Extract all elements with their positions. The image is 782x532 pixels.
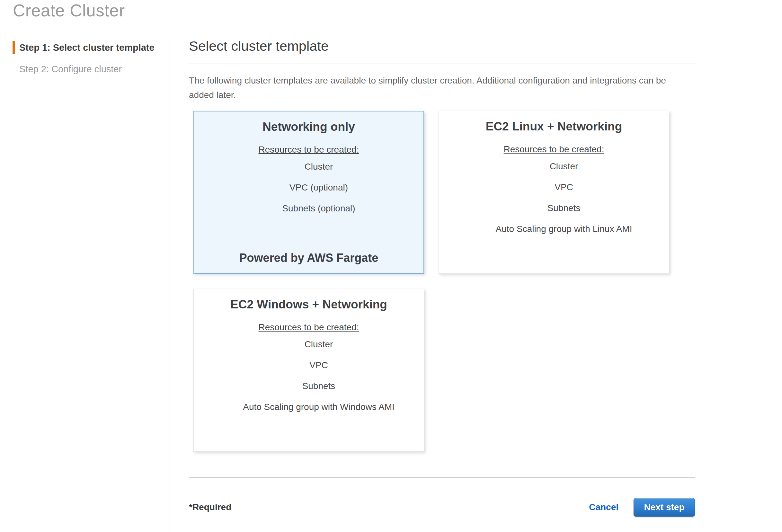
card-title: Networking only xyxy=(194,120,423,134)
template-card-grid: Networking only Resources to be created:… xyxy=(193,111,695,452)
card-resources-label: Resources to be created: xyxy=(439,145,669,154)
resource-item: Subnets xyxy=(214,382,424,391)
card-resource-list: ClusterVPCSubnetsAuto Scaling group with… xyxy=(194,340,424,412)
resource-item: Subnets xyxy=(459,204,669,213)
page-title: Create Cluster xyxy=(13,1,125,21)
resource-item: Cluster xyxy=(459,162,669,171)
next-step-button[interactable]: Next step xyxy=(634,498,695,517)
resource-item: Cluster xyxy=(214,340,424,349)
required-note: *Required xyxy=(189,502,589,512)
resource-item: Subnets (optional) xyxy=(214,204,423,213)
action-bar: *Required Cancel Next step xyxy=(189,498,695,517)
card-resource-list: ClusterVPC (optional)Subnets (optional) xyxy=(194,162,423,213)
template-card-networking-only[interactable]: Networking only Resources to be created:… xyxy=(193,111,424,274)
resource-item: Auto Scaling group with Linux AMI xyxy=(459,224,669,234)
card-title: EC2 Windows + Networking xyxy=(194,297,424,311)
card-resource-list: ClusterVPCSubnetsAuto Scaling group with… xyxy=(439,162,669,234)
cancel-link[interactable]: Cancel xyxy=(589,502,618,512)
card-footer-fargate: Powered by AWS Fargate xyxy=(194,251,423,265)
vertical-divider xyxy=(170,42,170,532)
main-content: Select cluster template The following cl… xyxy=(189,38,695,517)
section-description: The following cluster templates are avai… xyxy=(189,73,690,102)
step-nav: Step 1: Select cluster template Step 2: … xyxy=(12,41,160,84)
resource-item: Auto Scaling group with Windows AMI xyxy=(214,402,424,412)
card-title: EC2 Linux + Networking xyxy=(439,119,669,133)
step-nav-item-configure-cluster[interactable]: Step 2: Configure cluster xyxy=(12,63,160,76)
step-nav-item-select-template[interactable]: Step 1: Select cluster template xyxy=(12,41,160,54)
template-card-ec2-windows[interactable]: EC2 Windows + Networking Resources to be… xyxy=(193,289,424,452)
template-card-ec2-linux[interactable]: EC2 Linux + Networking Resources to be c… xyxy=(438,111,669,274)
card-resources-label: Resources to be created: xyxy=(194,323,424,332)
resource-item: VPC xyxy=(214,361,424,370)
resource-item: VPC (optional) xyxy=(214,183,423,192)
section-heading: Select cluster template xyxy=(189,38,695,54)
resource-item: Cluster xyxy=(214,162,423,171)
card-resources-label: Resources to be created: xyxy=(194,145,423,154)
heading-divider xyxy=(189,64,695,64)
resource-item: VPC xyxy=(459,183,669,192)
footer-divider xyxy=(189,477,695,478)
